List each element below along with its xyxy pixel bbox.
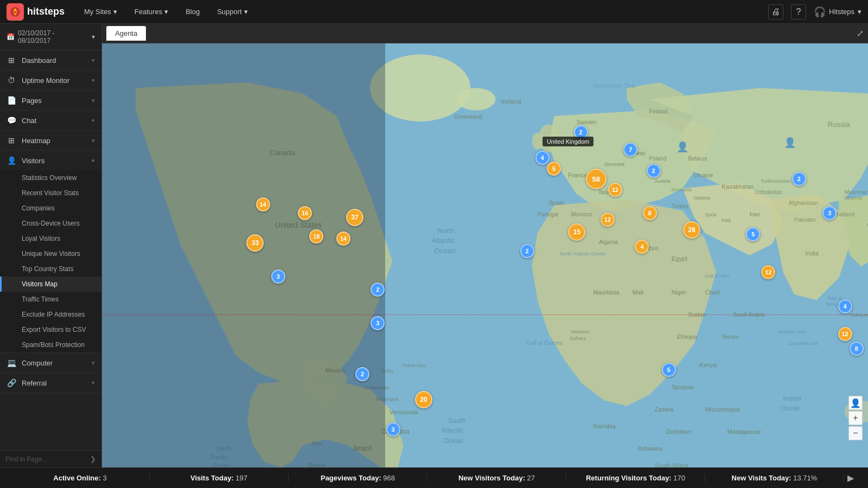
sidebar-item-visitors-map[interactable]: Visitors Map (0, 277, 101, 292)
marker-2-finland[interactable]: 2 (574, 125, 588, 139)
svg-text:Kazakhstan: Kazakhstan (722, 183, 754, 190)
marker-5-saf[interactable]: 5 (662, 363, 676, 377)
marker-14-right[interactable]: 14 (336, 232, 350, 246)
sidebar-item-export-csv[interactable]: Export Visitors to CSV (0, 322, 101, 337)
find-in-page: ❯ (0, 450, 101, 467)
sidebar-chat-header[interactable]: 💬 Chat ▾ (0, 111, 101, 130)
svg-text:(Burma): (Burma) (845, 195, 863, 201)
sidebar-heatmap-header[interactable]: ⊞ Heatmap ▾ (0, 131, 101, 150)
svg-text:Gulf of Guinea: Gulf of Guinea (526, 340, 562, 346)
help-button[interactable]: ? (791, 4, 806, 20)
find-in-page-input[interactable] (5, 455, 90, 463)
svg-text:Greenland: Greenland (454, 113, 482, 120)
zoom-in-button[interactable]: + (848, 411, 863, 425)
marker-12-italy[interactable]: 12 (601, 213, 615, 227)
sidebar-item-spam-bots[interactable]: Spam/Bots Protection (0, 337, 101, 352)
sidebar-dashboard-header[interactable]: ⊞ Dashboard ▾ (0, 50, 101, 70)
svg-text:Myanmar: Myanmar (845, 189, 868, 195)
nav-mysites[interactable]: My Sites ▾ (81, 5, 120, 18)
sidebar-item-recent-visitor-stats[interactable]: Recent Visitor Stats (0, 185, 101, 201)
svg-text:South Africa: South Africa (655, 462, 688, 467)
marker-26-iran[interactable]: 26 (683, 221, 700, 239)
sidebar-item-cross-device-users[interactable]: Cross-Device Users (0, 216, 101, 231)
marker-3-argentina[interactable]: 3 (386, 422, 400, 436)
marker-2-africa[interactable]: 2 (520, 244, 534, 258)
marker-4-mideast[interactable]: 4 (635, 240, 649, 254)
sidebar-pages-header[interactable]: 📄 Pages ▾ (0, 91, 101, 110)
sidebar-item-unique-new-visitors[interactable]: Unique New Visitors (0, 246, 101, 261)
svg-text:Spain: Spain (548, 200, 564, 206)
zoom-person-button[interactable]: 👤 (848, 396, 863, 410)
top-navigation: hitsteps My Sites ▾ Features ▾ Blog Supp… (0, 0, 868, 24)
nav-support[interactable]: Support ▾ (214, 5, 251, 18)
zoom-out-button[interactable]: − (848, 426, 863, 440)
sidebar-visitors-header[interactable]: 👤 Visitors ▾ (0, 151, 101, 170)
status-next-arrow[interactable]: ▶ (844, 473, 857, 483)
sidebar-computer-header[interactable]: 💻 Computer ▾ (0, 353, 101, 373)
marker-2-carib[interactable]: 2 (371, 282, 385, 297)
sidebar-referral-header[interactable]: 🔗 Referral ▾ (0, 373, 101, 393)
marker-3-colombia[interactable]: 3 (371, 316, 385, 330)
marker-18-left[interactable]: 18 (309, 229, 323, 243)
marker-12-ukraine[interactable]: 12 (608, 183, 622, 197)
logo[interactable]: hitsteps (7, 3, 65, 21)
sidebar-item-traffic-times[interactable]: Traffic Times (0, 292, 101, 307)
person-icon-1: 👤 (676, 141, 688, 153)
print-button[interactable]: 🖨 (768, 4, 783, 20)
svg-text:Belarus: Belarus (688, 156, 707, 162)
sidebar-item-loyal-visitors[interactable]: Loyal Visitors (0, 231, 101, 246)
status-bar: Active Online: 3 Visits Today: 197 Pagev… (0, 467, 868, 488)
svg-text:Afghanistan: Afghanistan (789, 200, 819, 206)
marker-12-sea2[interactable]: 12 (838, 327, 852, 341)
marker-33[interactable]: 33 (246, 234, 264, 252)
visitors-map[interactable]: Norwegian Sea North Atlantic Ocean South… (102, 43, 868, 467)
svg-text:Morocco: Morocco (571, 211, 592, 217)
sidebar-item-companies[interactable]: Companies (0, 201, 101, 216)
sidebar-item-statistics-overview[interactable]: Statistics Overview (0, 170, 101, 185)
nav-blog[interactable]: Blog (182, 5, 203, 18)
svg-text:Niger: Niger (672, 289, 686, 296)
svg-text:Peru: Peru (311, 441, 322, 446)
marker-20-brazil[interactable]: 20 (415, 391, 432, 408)
svg-text:Ukraine: Ukraine (694, 172, 713, 178)
logo-text: hitsteps (27, 6, 65, 17)
sidebar-uptime-header[interactable]: ⏱ Uptime Monitor ▾ (0, 70, 101, 90)
marker-2-peru[interactable]: 2 (355, 367, 369, 381)
person-icon-2: 👤 (784, 137, 796, 149)
sidebar-item-exclude-ip[interactable]: Exclude IP Addresses (0, 307, 101, 322)
marker-37[interactable]: 37 (346, 209, 363, 226)
svg-text:Greece: Greece (694, 195, 710, 201)
svg-text:Mali: Mali (633, 289, 644, 296)
tab-agenta[interactable]: Agenta (106, 26, 146, 41)
map-svg: Norwegian Sea North Atlantic Ocean South… (102, 43, 868, 467)
marker-5-ireland[interactable]: 5 (547, 162, 561, 176)
svg-text:Mozambique: Mozambique (705, 406, 740, 413)
expand-button[interactable]: ⤢ (857, 28, 864, 38)
user-menu[interactable]: 🎧 Hitsteps ▾ (814, 6, 861, 18)
marker-58-germany[interactable]: 58 (586, 169, 607, 189)
sidebar-item-top-country-stats[interactable]: Top Country Stats (0, 261, 101, 277)
pages-icon: 📄 (7, 96, 16, 105)
marker-12-india2[interactable]: 12 (761, 265, 775, 279)
status-new-visits-percent: New Visits Today: 13.71% (705, 474, 844, 482)
nav-features[interactable]: Features ▾ (131, 5, 171, 18)
svg-text:Brazil: Brazil (353, 444, 371, 452)
find-chevron-icon[interactable]: ❯ (90, 455, 96, 463)
date-range-picker[interactable]: 📅 02/10/2017 - 08/10/2017 ▾ (0, 24, 101, 50)
marker-3-asia[interactable]: 3 (822, 206, 837, 220)
marker-8-malaysia[interactable]: 8 (850, 342, 864, 356)
svg-text:Guatemala: Guatemala (365, 385, 390, 390)
marker-4-sea[interactable]: 4 (838, 299, 852, 313)
marker-2-russia2[interactable]: 2 (792, 172, 806, 186)
svg-text:Atlantic: Atlantic (442, 427, 463, 434)
marker-14[interactable]: 14 (256, 197, 270, 211)
marker-15-spain[interactable]: 15 (568, 223, 585, 241)
marker-3-mexico[interactable]: 3 (271, 269, 285, 284)
marker-7-sweden[interactable]: 7 (623, 143, 637, 157)
marker-2-russia[interactable]: 2 (647, 164, 661, 178)
marker-4-norway[interactable]: 4 (535, 151, 550, 165)
svg-text:Atlantic: Atlantic (431, 236, 455, 245)
marker-8-turkey[interactable]: 8 (643, 206, 657, 220)
marker-16[interactable]: 16 (298, 206, 312, 220)
marker-5-india[interactable]: 5 (746, 227, 760, 241)
